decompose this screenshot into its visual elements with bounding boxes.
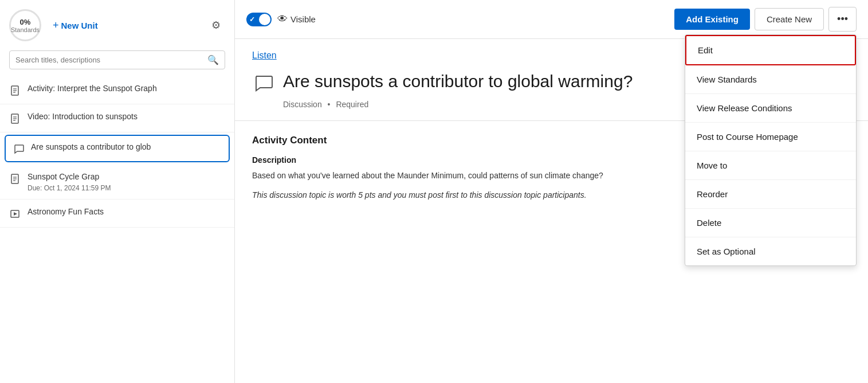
more-options-button[interactable]: •••: [828, 7, 857, 32]
item-title-4: Sunspot Cycle Grap: [28, 171, 225, 183]
item-text-4: Sunspot Cycle Grap Due: Oct 1, 2024 11:5…: [28, 171, 225, 192]
standards-pct: 0%: [20, 18, 31, 26]
sidebar-item-3[interactable]: Are sunspots a contributor to glob: [5, 135, 230, 162]
sidebar-list: Activity: Interpret the Sunspot Graph Vi…: [0, 76, 234, 383]
meta-dot: •: [328, 100, 331, 109]
dropdown-item-delete[interactable]: Delete: [685, 209, 856, 237]
create-new-button[interactable]: Create New: [755, 8, 824, 30]
sidebar-item-2[interactable]: Video: Introduction to sunspots: [0, 104, 234, 132]
item-title-5: Astronomy Fun Facts: [28, 206, 225, 218]
dropdown-item-view-standards[interactable]: View Standards: [685, 65, 856, 94]
main-content: ✓ 👁 Visible Add Existing Create New ••• …: [235, 0, 868, 383]
dropdown-item-edit[interactable]: Edit: [685, 35, 856, 65]
document-icon: [9, 84, 22, 97]
dropdown-label-post-homepage: Post to Course Homepage: [697, 132, 798, 142]
ellipsis-icon: •••: [837, 13, 848, 25]
sidebar-item-5[interactable]: Astronomy Fun Facts: [0, 200, 234, 228]
item-text-5: Astronomy Fun Facts: [28, 206, 225, 218]
dropdown-label-reorder: Reorder: [697, 189, 728, 199]
visible-label: 👁 Visible: [277, 13, 316, 25]
dropdown-label-view-standards: View Standards: [697, 75, 757, 84]
search-input[interactable]: [15, 56, 207, 64]
dropdown-label-set-optional: Set as Optional: [697, 247, 756, 256]
item-title-3: Are sunspots a contributor to glob: [31, 142, 222, 153]
new-unit-button[interactable]: + New Unit: [48, 17, 103, 34]
visible-text: Visible: [290, 14, 316, 24]
dropdown-label-edit: Edit: [698, 45, 713, 55]
video-icon: [9, 208, 22, 220]
standards-label: Standards: [11, 26, 40, 33]
add-existing-button[interactable]: Add Existing: [674, 9, 750, 30]
item-text-3: Are sunspots a contributor to glob: [31, 142, 222, 153]
dropdown-label-move-to: Move to: [697, 161, 727, 170]
eye-icon: 👁: [277, 13, 288, 25]
dropdown-menu: Edit View Standards View Release Conditi…: [685, 34, 857, 266]
item-text-1: Activity: Interpret the Sunspot Graph: [28, 83, 225, 95]
sidebar-header: 0% Standards + New Unit ⚙: [0, 0, 234, 46]
sidebar-item-4[interactable]: Sunspot Cycle Grap Due: Oct 1, 2024 11:5…: [0, 165, 234, 200]
dropdown-item-reorder[interactable]: Reorder: [685, 180, 856, 209]
discussion-icon-sidebar: [13, 143, 25, 155]
visible-toggle[interactable]: ✓: [246, 13, 272, 26]
item-title-2: Video: Introduction to sunspots: [28, 111, 225, 123]
discussion-icon-main: [252, 72, 275, 95]
sidebar-item-1[interactable]: Activity: Interpret the Sunspot Graph: [0, 76, 234, 104]
svg-marker-13: [14, 212, 17, 216]
dropdown-label-view-release: View Release Conditions: [697, 103, 792, 113]
new-unit-label: New Unit: [61, 21, 98, 30]
dropdown-item-set-optional[interactable]: Set as Optional: [685, 237, 856, 265]
toggle-check-icon: ✓: [249, 15, 255, 24]
activity-type: Discussion: [283, 100, 322, 109]
plus-icon: +: [53, 19, 59, 32]
document-icon-3: [9, 173, 22, 185]
activity-required: Required: [336, 100, 368, 109]
item-title-1: Activity: Interpret the Sunspot Graph: [28, 83, 225, 95]
activity-title-text: Are sunspots a contributor to global war…: [283, 70, 633, 92]
toggle-thumb: [259, 14, 270, 25]
dropdown-item-move-to[interactable]: Move to: [685, 151, 856, 180]
toggle-track[interactable]: ✓: [246, 13, 272, 26]
standards-circle: 0% Standards: [9, 9, 41, 41]
dropdown-label-delete: Delete: [697, 218, 721, 228]
gear-icon[interactable]: ⚙: [207, 16, 225, 34]
main-toolbar: ✓ 👁 Visible Add Existing Create New •••: [235, 0, 868, 39]
dropdown-item-view-release[interactable]: View Release Conditions: [685, 94, 856, 123]
search-bar: 🔍: [9, 50, 225, 69]
sidebar: 0% Standards + New Unit ⚙ 🔍: [0, 0, 235, 383]
item-text-2: Video: Introduction to sunspots: [28, 111, 225, 123]
activity-title: Are sunspots a contributor to global war…: [283, 70, 633, 92]
item-subtitle-4: Due: Oct 1, 2024 11:59 PM: [28, 184, 225, 192]
search-icon[interactable]: 🔍: [207, 54, 219, 65]
toolbar-left: ✓ 👁 Visible: [246, 13, 316, 26]
dropdown-item-post-homepage[interactable]: Post to Course Homepage: [685, 123, 856, 151]
toolbar-right: Add Existing Create New •••: [674, 7, 857, 32]
document-icon-2: [9, 112, 22, 125]
